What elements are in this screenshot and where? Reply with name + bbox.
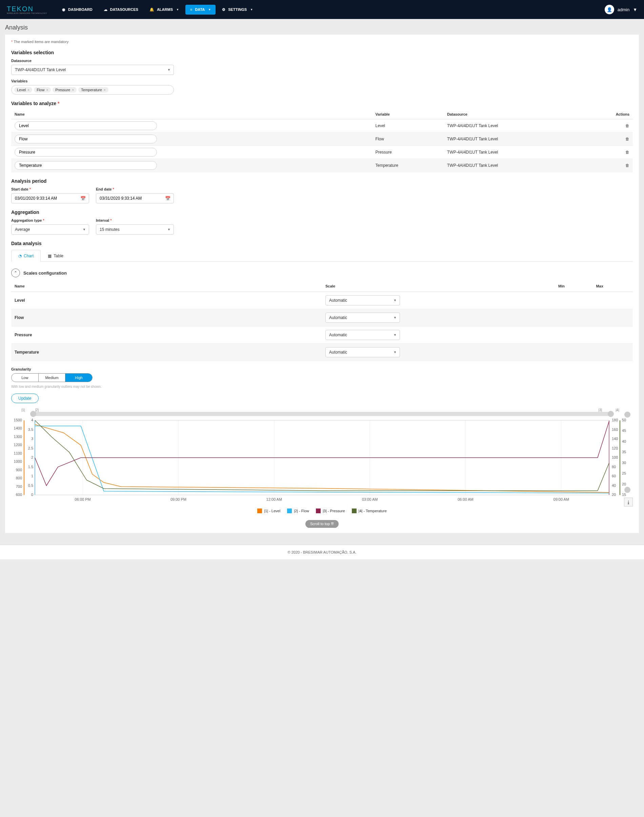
section-aggregation: Aggregation <box>11 210 633 215</box>
granularity-low[interactable]: Low <box>12 374 38 382</box>
tag-remove-icon[interactable]: × <box>28 88 29 92</box>
legend-temperature[interactable]: |4| - Temperature <box>352 509 387 513</box>
table-row: Temperature Automatic <box>11 344 633 361</box>
nav-datasources[interactable]: ☁ DATASOURCES <box>99 5 143 15</box>
row-datasource: TWP-4AI4DI1UT Tank Level <box>444 133 583 146</box>
row-name-input[interactable] <box>15 161 157 170</box>
table-row: Pressure Automatic <box>11 326 633 344</box>
tag-remove-icon[interactable]: × <box>46 88 48 92</box>
aggregation-type-label: Aggregation type * <box>11 218 89 222</box>
scale-row-name: Level <box>11 292 322 309</box>
nav-data[interactable]: ≡ DATA ▼ <box>186 5 216 15</box>
svg-text:120: 120 <box>612 446 618 450</box>
tab-table[interactable]: ▦Table <box>41 250 71 262</box>
end-date-label: End date * <box>96 187 174 191</box>
legend-level[interactable]: |1| - Level <box>257 509 280 513</box>
tag-remove-icon[interactable]: × <box>104 88 106 92</box>
trash-icon[interactable]: 🗑 <box>626 163 629 168</box>
chart-range-slider[interactable] <box>32 412 612 416</box>
chart-canvas: 06:00 PM09:00 PM12:00 AM03:00 AM06:00 AM… <box>11 418 633 503</box>
datasource-select[interactable]: TWP-4AI4DI1UT Tank Level <box>11 65 174 75</box>
trash-icon[interactable]: 🗑 <box>626 136 629 141</box>
svg-text:1: 1 <box>31 474 33 478</box>
data-icon: ≡ <box>190 8 192 12</box>
scroll-to-top-button[interactable]: Scroll to top ⇈ <box>305 520 339 528</box>
granularity-high[interactable]: High <box>65 374 92 382</box>
trash-icon[interactable]: 🗑 <box>626 123 629 128</box>
tag-temperature: Temperature× <box>78 87 109 92</box>
logo[interactable]: TEKON WIRELESS SENSORS TECHNOLOGY <box>7 5 47 14</box>
svg-text:09:00 AM: 09:00 AM <box>554 497 569 501</box>
variables-tags-input[interactable]: Level× Flow× Pressure× Temperature× <box>11 85 174 95</box>
chart-legend: |1| - Level |2| - Flow |3| - Pressure |4… <box>11 509 633 513</box>
row-variable: Temperature <box>372 159 444 172</box>
row-datasource: TWP-4AI4DI1UT Tank Level <box>444 120 583 133</box>
svg-text:900: 900 <box>16 468 22 472</box>
collapse-scales-button[interactable]: ⌃ <box>11 268 20 277</box>
scale-row-name: Pressure <box>11 326 322 344</box>
svg-text:1400: 1400 <box>14 426 22 430</box>
svg-text:3.5: 3.5 <box>28 428 33 432</box>
tag-flow: Flow× <box>34 87 51 92</box>
granularity-hint: With low and medium granularity outliers… <box>11 385 633 388</box>
col-actions: Actions <box>583 109 633 120</box>
interval-select[interactable]: 15 minutes <box>96 224 174 235</box>
svg-text:100: 100 <box>612 455 618 459</box>
scales-col-name: Name <box>11 281 322 292</box>
tag-pressure: Pressure× <box>52 87 77 92</box>
update-button[interactable]: Update <box>11 394 38 403</box>
section-period: Analysis period <box>11 178 633 184</box>
granularity-label: Granularity <box>11 367 633 371</box>
granularity-medium[interactable]: Medium <box>38 374 66 382</box>
row-name-input[interactable] <box>15 135 157 143</box>
start-date-input[interactable] <box>11 193 89 204</box>
variables-label: Variables <box>11 79 633 83</box>
aggregation-type-select[interactable]: Average <box>11 224 89 235</box>
chevron-down-icon: ▼ <box>176 8 179 11</box>
svg-text:800: 800 <box>16 476 22 480</box>
scale-select[interactable]: Automatic <box>325 313 400 323</box>
row-name-input[interactable] <box>15 148 157 156</box>
tag-remove-icon[interactable]: × <box>72 88 74 92</box>
row-variable: Pressure <box>372 146 444 159</box>
tab-chart[interactable]: ◔Chart <box>11 250 41 262</box>
table-row: Flow TWP-4AI4DI1UT Tank Level 🗑 <box>11 133 633 146</box>
scales-heading: Scales configuration <box>23 271 67 276</box>
download-button[interactable]: ⭳ <box>624 498 633 506</box>
nav-items: ◉ DASHBOARD ☁ DATASOURCES 🔔 ALARMS ▼ ≡ D… <box>57 5 605 15</box>
legend-pressure[interactable]: |3| - Pressure <box>316 509 345 513</box>
nav-alarms[interactable]: 🔔 ALARMS ▼ <box>145 5 184 15</box>
svg-text:20: 20 <box>612 492 616 497</box>
scales-col-max: Max <box>592 281 633 292</box>
svg-text:06:00 PM: 06:00 PM <box>75 497 91 501</box>
legend-flow[interactable]: |2| - Flow <box>287 509 309 513</box>
svg-text:700: 700 <box>16 484 22 489</box>
scale-select[interactable]: Automatic <box>325 347 400 357</box>
chevron-down-icon: ▼ <box>250 8 253 11</box>
section-variables-selection: Variables selection <box>11 50 633 55</box>
analyze-table: Name Variable Datasource Actions Level T… <box>11 109 633 172</box>
scale-row-name: Temperature <box>11 344 322 361</box>
svg-text:1000: 1000 <box>14 459 22 463</box>
svg-text:03:00 AM: 03:00 AM <box>362 497 377 501</box>
end-date-input[interactable] <box>96 193 174 204</box>
trash-icon[interactable]: 🗑 <box>626 150 629 155</box>
scale-select[interactable]: Automatic <box>325 295 400 305</box>
user-menu[interactable]: 👤 admin ▼ <box>605 5 637 14</box>
page-title: Analysis <box>5 24 639 31</box>
row-name-input[interactable] <box>15 121 157 130</box>
chart-vertical-slider[interactable] <box>626 412 629 493</box>
calendar-icon[interactable]: 📅 <box>165 196 170 201</box>
axis-id-2: |2| <box>35 408 39 412</box>
dashboard-icon: ◉ <box>62 8 65 12</box>
table-row: Pressure TWP-4AI4DI1UT Tank Level 🗑 <box>11 146 633 159</box>
calendar-icon[interactable]: 📅 <box>80 196 86 201</box>
svg-text:80: 80 <box>612 465 616 469</box>
scale-select[interactable]: Automatic <box>325 330 400 340</box>
nav-settings[interactable]: ⚙ SETTINGS ▼ <box>217 5 258 15</box>
svg-text:1300: 1300 <box>14 435 22 439</box>
svg-text:2.5: 2.5 <box>28 446 33 450</box>
nav-dashboard[interactable]: ◉ DASHBOARD <box>57 5 97 15</box>
svg-text:180: 180 <box>612 418 618 422</box>
svg-text:0.5: 0.5 <box>28 483 33 487</box>
